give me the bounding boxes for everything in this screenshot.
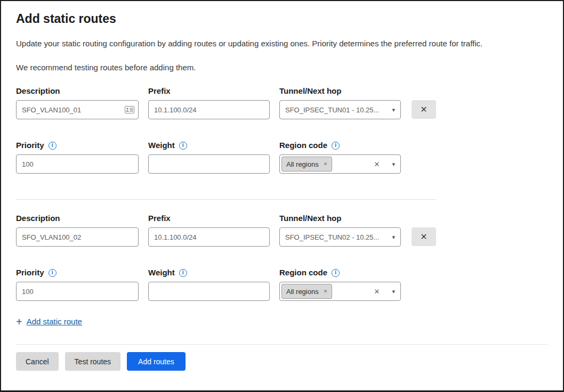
route2-region-select[interactable]: All regions ✕ ✕ ▾: [279, 282, 401, 301]
add-routes-button[interactable]: Add routes: [127, 352, 186, 371]
region-tag: All regions ✕: [281, 157, 332, 172]
route1-region-select[interactable]: All regions ✕ ✕ ▾: [279, 154, 401, 174]
info-icon[interactable]: i: [179, 142, 187, 150]
route-block-1: Description: [16, 86, 548, 174]
info-icon[interactable]: i: [332, 269, 340, 277]
route1-tunnel-select[interactable]: SFO_IPSEC_TUN01 - 10.25... ▾: [279, 100, 401, 119]
region-code-label: Region code: [279, 268, 327, 277]
info-icon[interactable]: i: [49, 269, 57, 277]
route1-description-input[interactable]: [16, 100, 139, 119]
recommendation-text: We recommend testing routes before addin…: [16, 63, 548, 72]
clear-selection-icon[interactable]: ✕: [374, 288, 380, 296]
tunnel-label: Tunnel/Next hop: [279, 214, 401, 223]
info-icon[interactable]: i: [49, 142, 57, 150]
contact-card-autofill-icon: [125, 106, 134, 113]
route2-weight-field: Weight i: [148, 268, 270, 301]
route1-secondary-row: Priority i Weight i Re: [16, 141, 548, 174]
chevron-down-icon: ▾: [392, 107, 395, 113]
route1-priority-input[interactable]: [16, 154, 139, 174]
route-separator: [16, 199, 436, 200]
route1-tunnel-field: Tunnel/Next hop SFO_IPSEC_TUN01 - 10.25.…: [279, 86, 401, 119]
test-routes-button[interactable]: Test routes: [65, 352, 120, 371]
route2-main-row: Description Prefix Tunnel/Next hop SFO_I…: [16, 214, 548, 247]
priority-label: Priority: [16, 141, 44, 150]
route2-weight-input[interactable]: [148, 282, 270, 301]
prefix-label: Prefix: [148, 86, 270, 96]
region-tag-label: All regions: [286, 160, 319, 168]
route2-prefix-input[interactable]: [148, 227, 270, 247]
route2-tunnel-select[interactable]: SFO_IPSEC_TUN02 - 10.25... ▾: [279, 227, 401, 247]
route1-prefix-field: Prefix: [148, 86, 270, 119]
remove-tag-icon[interactable]: ✕: [324, 289, 328, 294]
route2-tunnel-value: SFO_IPSEC_TUN02 - 10.25...: [285, 233, 379, 241]
route1-weight-input[interactable]: [148, 154, 270, 174]
dialog-add-static-routes: Add static routes Update your static rou…: [0, 0, 564, 392]
tunnel-label: Tunnel/Next hop: [279, 86, 401, 96]
close-icon: ✕: [420, 104, 427, 115]
info-icon[interactable]: i: [332, 142, 340, 150]
route2-priority-input[interactable]: [16, 282, 139, 301]
region-code-label: Region code: [279, 141, 327, 150]
route2-secondary-row: Priority i Weight i Re: [16, 268, 548, 301]
route1-prefix-input[interactable]: [148, 100, 270, 119]
weight-label: Weight: [148, 268, 175, 277]
route2-description-field: Description: [16, 214, 139, 247]
route1-region-field: Region code i All regions ✕ ✕ ▾: [279, 141, 401, 174]
remove-tag-icon[interactable]: ✕: [324, 161, 328, 167]
route1-main-row: Description: [16, 86, 548, 119]
chevron-down-icon: ▾: [392, 288, 395, 295]
route-block-2: Description Prefix Tunnel/Next hop SFO_I…: [16, 214, 548, 301]
routes-form: Description: [16, 86, 548, 326]
add-static-route-link[interactable]: Add static route: [27, 317, 82, 326]
dialog-footer: Cancel Test routes Add routes: [16, 344, 548, 371]
cancel-button[interactable]: Cancel: [16, 352, 59, 371]
route2-prefix-field: Prefix: [148, 214, 270, 247]
region-tag-label: All regions: [286, 288, 319, 296]
plus-icon: +: [16, 317, 22, 326]
priority-label: Priority: [16, 268, 44, 277]
clear-selection-icon[interactable]: ✕: [374, 160, 380, 168]
chevron-down-icon: ▾: [392, 234, 395, 241]
route2-description-input[interactable]: [16, 227, 139, 247]
description-label: Description: [16, 214, 139, 223]
route2-tunnel-field: Tunnel/Next hop SFO_IPSEC_TUN02 - 10.25.…: [279, 214, 401, 247]
route2-priority-field: Priority i: [16, 268, 139, 301]
add-static-route-row: + Add static route: [16, 317, 548, 326]
close-icon: ✕: [420, 232, 427, 242]
prefix-label: Prefix: [148, 214, 270, 223]
page-content: Add static routes Update your static rou…: [1, 1, 563, 371]
weight-label: Weight: [148, 141, 175, 150]
route1-weight-field: Weight i: [148, 141, 270, 174]
route1-description-field: Description: [16, 86, 139, 119]
route1-priority-field: Priority i: [16, 141, 139, 174]
route1-remove-button[interactable]: ✕: [412, 100, 436, 119]
region-tag: All regions ✕: [281, 284, 332, 299]
chevron-down-icon: ▾: [392, 161, 395, 168]
description-label: Description: [16, 86, 139, 96]
route2-remove-button[interactable]: ✕: [412, 227, 436, 246]
intro-text: Update your static routing configuration…: [16, 39, 548, 48]
page-title: Add static routes: [16, 12, 548, 26]
route2-region-field: Region code i All regions ✕ ✕ ▾: [279, 268, 401, 301]
route1-tunnel-value: SFO_IPSEC_TUN01 - 10.25...: [285, 106, 379, 114]
info-icon[interactable]: i: [179, 269, 187, 277]
